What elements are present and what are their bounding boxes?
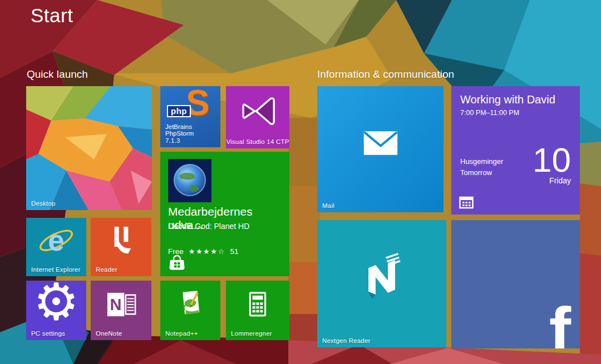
calendar-icon bbox=[459, 196, 474, 209]
tile-label: Desktop bbox=[31, 200, 56, 207]
tile-calendar[interactable]: Working with David 7:00 PM–11:00 PM Husg… bbox=[451, 86, 580, 215]
tile-desktop[interactable]: Desktop bbox=[26, 86, 152, 210]
group-header-information-communication: Information & communication bbox=[317, 68, 454, 81]
calendar-next-event: Husgeminger Tomorrow bbox=[460, 156, 503, 178]
php-logo-box: php bbox=[167, 105, 191, 117]
visual-studio-icon bbox=[239, 92, 277, 130]
onenote-icon: N bbox=[103, 286, 140, 323]
svg-text:N: N bbox=[110, 295, 121, 313]
tile-label: Internet Explorer bbox=[31, 266, 80, 273]
desktop-wallpaper-image bbox=[26, 86, 152, 210]
doodle-god-earth-icon bbox=[168, 159, 211, 202]
tile-label: Nextgen Reader bbox=[322, 337, 371, 344]
tile-label: Lommeregner bbox=[231, 330, 272, 337]
tile-facebook[interactable]: f bbox=[451, 220, 580, 348]
calendar-event-title: Working with David bbox=[460, 93, 555, 106]
store-app-subtitle: Doodle God: Planet HD bbox=[168, 222, 249, 231]
tile-label: Mail bbox=[322, 202, 334, 209]
notepad-plus-plus-icon bbox=[173, 287, 208, 322]
calendar-event-time: 7:00 PM–11:00 PM bbox=[460, 109, 519, 117]
calendar-next-event-when: Tomorrow bbox=[460, 167, 503, 178]
tile-label: Notepad++ bbox=[165, 330, 198, 337]
tile-pc-settings[interactable]: ⚙ PC settings bbox=[26, 281, 86, 340]
tile-store-app[interactable]: Medarbejdernes udva... Doodle God: Plane… bbox=[160, 152, 289, 276]
tile-label: PC settings bbox=[31, 330, 65, 337]
calendar-next-event-name: Husgeminger bbox=[460, 156, 503, 167]
tile-version: 7.1.3 bbox=[165, 137, 180, 144]
group-header-quick-launch: Quick launch bbox=[27, 68, 88, 81]
tile-onenote[interactable]: N OneNote bbox=[91, 281, 151, 340]
tile-label: JetBrains PhpStorm bbox=[165, 123, 220, 137]
tile-phpstorm[interactable]: S php JetBrains PhpStorm 7.1.3 bbox=[160, 86, 220, 147]
tile-notepad-plus-plus[interactable]: Notepad++ bbox=[160, 281, 220, 340]
tile-calculator[interactable]: Lommeregner bbox=[226, 281, 289, 340]
calculator-icon bbox=[240, 287, 275, 322]
internet-explorer-icon: e bbox=[35, 222, 77, 260]
start-screen: Start Quick launch Information & communi… bbox=[0, 0, 601, 364]
rating-stars-icon: ★★★★☆ bbox=[189, 247, 225, 256]
tile-label: Visual Studio 14 CTP bbox=[226, 138, 289, 145]
tile-label: OneNote bbox=[96, 330, 122, 337]
gear-icon: ⚙ bbox=[33, 281, 79, 328]
store-app-rating-count: 51 bbox=[230, 247, 239, 256]
tile-reader[interactable]: Reader bbox=[91, 218, 151, 276]
reader-book-icon bbox=[104, 224, 139, 258]
svg-text:e: e bbox=[48, 224, 65, 257]
tile-label: Reader bbox=[96, 266, 117, 273]
tile-internet-explorer[interactable]: e Internet Explorer bbox=[26, 218, 86, 276]
mail-envelope-icon bbox=[363, 131, 398, 156]
calendar-day-number: 10 bbox=[533, 143, 571, 177]
page-title: Start bbox=[31, 4, 73, 27]
tile-nextgen-reader[interactable]: Nextgen Reader bbox=[317, 220, 446, 347]
facebook-f-icon: f bbox=[549, 298, 571, 348]
store-bag-icon bbox=[168, 255, 186, 271]
tile-mail[interactable]: Mail bbox=[317, 86, 444, 212]
nextgen-reader-n-icon bbox=[356, 250, 407, 306]
tile-visual-studio[interactable]: Visual Studio 14 CTP bbox=[226, 86, 289, 148]
calendar-date: 10 Friday bbox=[533, 143, 571, 185]
